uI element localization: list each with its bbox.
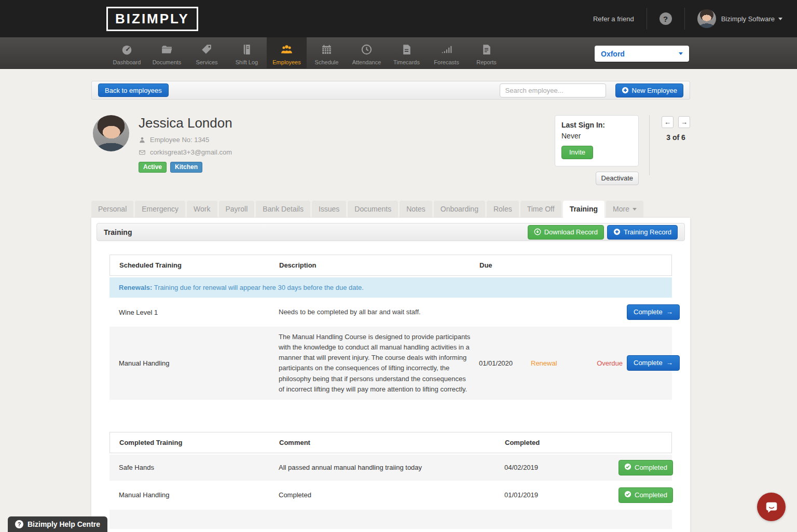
completed-action-cell: Completed — [619, 487, 673, 503]
complete-button[interactable]: Complete→ — [627, 355, 680, 371]
nav-item-employees[interactable]: Employees — [267, 37, 307, 69]
employee-toolbar: Back to employees New Employee — [91, 81, 690, 100]
tab-label: Personal — [98, 205, 127, 213]
previous-employee-button[interactable]: ← — [662, 116, 674, 128]
nav-item-label: Schedule — [315, 59, 339, 65]
tab-personal[interactable]: Personal — [91, 201, 133, 218]
renewals-label: Renewals: — [119, 284, 152, 291]
account-menu[interactable]: Bizimply Software — [721, 15, 782, 23]
scheduled-training-header: Scheduled Training Description Due — [109, 255, 672, 276]
tab-label: Payroll — [226, 205, 248, 213]
divider — [647, 8, 647, 30]
nav-item-label: Dashboard — [113, 59, 141, 65]
nav-item-label: Documents — [153, 59, 182, 65]
divider — [684, 8, 685, 30]
help-centre-label: Bizimply Help Centre — [28, 520, 100, 528]
clock-icon — [360, 43, 373, 59]
tab-label: Time Off — [527, 205, 555, 213]
search-employee-input[interactable] — [500, 83, 606, 97]
renewals-note: Training due for renewal will appear her… — [154, 284, 364, 291]
tab-more[interactable]: More — [606, 201, 643, 218]
tab-work[interactable]: Work — [187, 201, 217, 218]
download-record-label: Download Record — [544, 228, 598, 236]
employee-pager: ← → 3 of 6 — [662, 115, 690, 142]
status-badge-active: Active — [139, 162, 167, 173]
column-header: Completed — [505, 439, 619, 446]
back-to-employees-button[interactable]: Back to employees — [98, 83, 169, 97]
deactivate-button[interactable]: Deactivate — [596, 172, 639, 185]
dashboard-icon — [120, 43, 133, 59]
last-sign-in-card: Last Sign In: Never Invite — [555, 115, 639, 166]
employee-header: Jessica London Employee No: 1345 corkisg… — [91, 115, 690, 185]
calendar-icon — [320, 43, 333, 59]
tab-roles[interactable]: Roles — [487, 201, 519, 218]
training-record-button[interactable]: Training Record — [607, 225, 678, 240]
help-centre-button[interactable]: ? Bizimply Help Centre — [8, 516, 107, 532]
column-header: Description — [279, 261, 479, 269]
tab-label: Training — [570, 205, 598, 213]
tab-bank-details[interactable]: Bank Details — [256, 201, 310, 218]
tab-payroll[interactable]: Payroll — [219, 201, 255, 218]
invite-button[interactable]: Invite — [561, 146, 593, 159]
chat-launcher-button[interactable] — [757, 493, 786, 521]
nav-item-services[interactable]: Services — [187, 37, 227, 69]
tab-training[interactable]: Training — [563, 201, 604, 218]
new-employee-button[interactable]: New Employee — [615, 83, 683, 97]
nav-item-timecards[interactable]: Timecards — [387, 37, 427, 69]
nav-item-attendance[interactable]: Attendance — [347, 37, 387, 69]
completed-badge[interactable]: Completed — [619, 487, 673, 503]
last-sign-in-label: Last Sign In: — [561, 121, 632, 129]
help-icon[interactable]: ? — [659, 12, 672, 25]
tab-label: Emergency — [142, 205, 178, 213]
complete-button[interactable]: Complete→ — [627, 304, 680, 320]
download-circle-icon — [534, 228, 541, 235]
training-description: The Manual Handling Course is designed t… — [279, 332, 479, 395]
completed-training-row: Manual HandlingCompleted01/01/2019Comple… — [109, 482, 672, 508]
tab-label: Issues — [319, 205, 339, 213]
nav-item-schedule[interactable]: Schedule — [307, 37, 347, 69]
section-title: Training — [104, 228, 132, 236]
account-avatar[interactable] — [697, 9, 716, 28]
training-comment: Completed — [279, 491, 504, 499]
tab-documents[interactable]: Documents — [348, 201, 398, 218]
completed-label: Completed — [635, 491, 667, 499]
employee-badges: ActiveKitchen — [139, 162, 232, 173]
tab-time-off[interactable]: Time Off — [520, 201, 561, 218]
tab-notes[interactable]: Notes — [400, 201, 432, 218]
tab-onboarding[interactable]: Onboarding — [434, 201, 485, 218]
nav-item-reports[interactable]: Reports — [466, 37, 506, 69]
bizimply-logo: BIZIMPLY — [106, 7, 198, 31]
completed-action-cell: Completed — [619, 460, 673, 475]
nav-item-shift-log[interactable]: Shift Log — [227, 37, 267, 69]
employee-number: Employee No: 1345 — [150, 136, 209, 144]
nav-item-dashboard[interactable]: Dashboard — [107, 37, 147, 69]
training-record-label: Training Record — [624, 228, 671, 236]
completed-training-table: Completed Training Comment Completed Saf… — [109, 432, 672, 529]
book-icon — [240, 43, 253, 59]
scheduled-training-table: Scheduled Training Description Due Renew… — [109, 255, 672, 400]
completed-date: 01/01/2019 — [504, 491, 619, 499]
column-header: Completed Training — [119, 439, 279, 446]
nav-item-documents[interactable]: Documents — [147, 37, 187, 69]
column-header: Comment — [279, 439, 505, 446]
location-value: Oxford — [601, 50, 625, 58]
training-name: Wine Level 1 — [119, 309, 279, 316]
completed-badge[interactable]: Completed — [619, 460, 673, 475]
training-panel: Training Download Record Training Record… — [91, 218, 690, 532]
location-dropdown[interactable]: Oxford — [595, 46, 689, 62]
nav-item-forecasts[interactable]: Forecasts — [427, 37, 466, 69]
arrow-left-icon: ← — [664, 118, 671, 126]
download-record-button[interactable]: Download Record — [528, 225, 604, 240]
tab-issues[interactable]: Issues — [312, 201, 346, 218]
pager-position: 3 of 6 — [666, 133, 685, 142]
chevron-down-icon — [633, 208, 637, 211]
next-employee-button[interactable]: → — [678, 116, 690, 128]
tab-label: More — [613, 205, 629, 213]
tab-label: Roles — [493, 205, 512, 213]
employee-email: corkisgreat3+3@gmail.com — [150, 148, 232, 156]
refer-a-friend-link[interactable]: Refer a friend — [593, 15, 634, 23]
last-sign-in-value: Never — [561, 132, 632, 140]
nav-item-label: Employees — [272, 59, 300, 65]
check-circle-icon — [624, 491, 635, 499]
tab-emergency[interactable]: Emergency — [135, 201, 185, 218]
